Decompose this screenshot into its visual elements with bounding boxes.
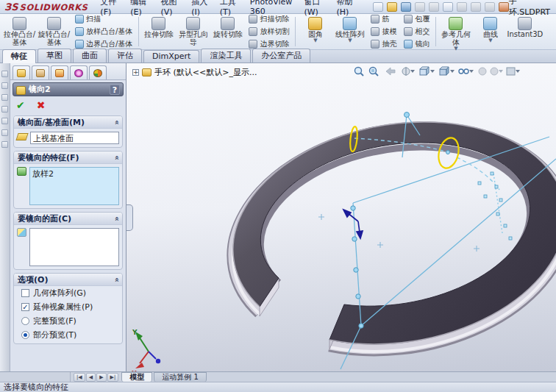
tab-sketch[interactable]: 草图 [38, 49, 71, 63]
tab-render-tools[interactable]: 渲染工具 [201, 49, 251, 63]
displaymanager-tab[interactable] [89, 65, 107, 79]
side-toolbar-icon[interactable] [1, 129, 8, 136]
tab-dimxpert[interactable]: DimXpert [143, 50, 199, 63]
file-properties-icon[interactable] [471, 2, 481, 12]
next-tab-button[interactable]: ▶ [96, 373, 106, 382]
undo-icon[interactable] [429, 2, 439, 12]
revolved-cut-button[interactable]: 旋转切除 [210, 15, 245, 48]
new-icon[interactable] [373, 2, 383, 12]
motion-study-tab[interactable]: 运动算例 1 [154, 372, 207, 382]
print-icon[interactable] [415, 2, 425, 12]
collapse-chevron-icon[interactable]: » [112, 155, 120, 160]
reference-geometry-button[interactable]: 参考几何体 ▼ [438, 15, 473, 48]
revolved-boss-button[interactable]: 旋转凸台/基体 [37, 15, 71, 48]
intersect-button[interactable]: 相交 [402, 26, 432, 38]
options-icon[interactable] [485, 2, 495, 12]
open-icon[interactable] [387, 2, 397, 12]
last-tab-button[interactable]: ▶| [107, 373, 119, 382]
panel-flyout-handle[interactable] [126, 204, 133, 231]
draft-button[interactable]: 拔模 [368, 26, 399, 38]
geometry-pattern-checkbox[interactable] [21, 289, 29, 297]
tab-features[interactable]: 特征 [2, 49, 36, 63]
ok-button[interactable]: ✔ [16, 99, 25, 111]
swept-boss-button[interactable]: 扫描 [73, 13, 135, 25]
part-tree-label[interactable]: 手环 (默认<<默认>_显示... [154, 67, 257, 78]
model-canvas[interactable]: Y X [126, 63, 556, 371]
propertymanager-tab[interactable] [32, 65, 49, 79]
partial-preview-option[interactable]: 部分预览(T) [21, 329, 121, 341]
swept-cut-button[interactable]: 扫描切除 [246, 13, 291, 25]
side-toolbar-icon[interactable] [1, 106, 8, 113]
side-toolbar-icon[interactable] [1, 94, 8, 101]
save-icon[interactable] [401, 2, 411, 12]
collapse-chevron-icon[interactable]: » [112, 277, 120, 282]
propagate-visual-properties-checkbox[interactable]: ✓ [21, 303, 29, 311]
cancel-button[interactable]: ✖ [37, 99, 46, 111]
measure-icon[interactable] [499, 2, 509, 12]
sketch-origin-icon[interactable] [343, 210, 363, 238]
first-tab-button[interactable]: |◀ [74, 373, 85, 382]
section-header[interactable]: 要镜向的面(C) » [14, 213, 122, 225]
tab-surfaces[interactable]: 曲面 [73, 49, 107, 63]
model-tab[interactable]: 模型 [121, 372, 152, 382]
curves-dropdown[interactable]: ▼ [488, 38, 492, 43]
previous-view-icon[interactable] [386, 68, 395, 75]
apply-scene-icon[interactable] [491, 68, 503, 75]
display-style-icon[interactable] [440, 67, 455, 75]
faces-to-mirror-list[interactable] [29, 228, 119, 266]
full-preview-radio[interactable] [21, 317, 29, 325]
section-header[interactable]: 要镜向的特征(F) » [14, 152, 122, 164]
side-toolbar-icon[interactable] [1, 82, 8, 89]
side-toolbar-icon[interactable] [1, 118, 8, 124]
side-toolbar-icon[interactable] [1, 141, 8, 148]
instant3d-button[interactable]: Instant3D [507, 15, 542, 48]
section-view-icon[interactable] [402, 67, 415, 76]
tab-office-products[interactable]: 办公室产品 [252, 49, 310, 63]
graphics-viewport[interactable]: + 手环 (默认<<默认>_显示... [126, 63, 556, 371]
view-settings-icon[interactable] [507, 68, 520, 75]
partial-preview-radio[interactable] [21, 331, 29, 339]
configurationmanager-tab[interactable] [51, 65, 68, 79]
extruded-cut-button[interactable]: 拉伸切除 [141, 15, 176, 48]
mirror-plane-field[interactable]: 上视基准面 [30, 132, 119, 144]
reference-triad: Y X [132, 329, 160, 371]
full-preview-option[interactable]: 完整预览(F) [21, 316, 121, 327]
side-toolbar-icon[interactable] [1, 71, 8, 77]
features-to-mirror-list[interactable]: 放样2 [29, 167, 119, 205]
geometry-pattern-option[interactable]: 几何体阵列(G) [21, 288, 121, 299]
tab-evaluate[interactable]: 评估 [108, 49, 142, 63]
view-orientation-icon[interactable] [420, 67, 435, 75]
extruded-boss-button[interactable]: 拉伸凸台/基体 [2, 15, 37, 48]
lofted-cut-button[interactable]: 放样切割 [246, 26, 291, 38]
shell-button[interactable]: 抽壳 [368, 38, 399, 50]
section-header[interactable]: 镜向面/基准面(M) » [14, 116, 122, 129]
dimxpertmanager-tab[interactable] [70, 65, 88, 79]
rib-button[interactable]: 筋 [368, 13, 399, 25]
wrap-button[interactable]: 包覆 [402, 13, 432, 25]
hide-show-items-icon[interactable] [459, 69, 474, 74]
fillet-dropdown[interactable]: ▼ [313, 38, 317, 43]
tree-expander-icon[interactable]: + [132, 69, 139, 76]
sketch-plus-marks [318, 214, 480, 252]
help-button[interactable]: ? [110, 85, 120, 95]
prev-tab-button[interactable]: ◀ [86, 373, 96, 382]
edit-appearance-icon[interactable] [479, 68, 486, 75]
mirror-button[interactable]: 镜向 [402, 38, 432, 50]
fillet-button[interactable]: 圆角 ▼ [298, 15, 332, 48]
section-header[interactable]: 选项(O) » [14, 274, 122, 286]
hole-wizard-button[interactable]: 异型孔向导 [176, 15, 210, 48]
rebuild-icon[interactable] [457, 2, 467, 12]
lofted-boss-button[interactable]: 放样凸台/基体 [73, 26, 135, 38]
list-item[interactable]: 放样2 [32, 168, 116, 179]
propagate-visual-properties-option[interactable]: ✓ 延伸视象属性(P) [21, 302, 121, 313]
curves-button[interactable]: 曲线 ▼ [473, 15, 507, 48]
zoom-to-fit-icon[interactable] [355, 68, 364, 76]
linear-pattern-dropdown[interactable]: ▼ [348, 38, 352, 43]
featuremanager-tree-tab[interactable] [13, 65, 30, 79]
collapse-chevron-icon[interactable]: » [112, 216, 120, 221]
zoom-to-area-icon[interactable] [370, 68, 379, 76]
select-icon[interactable] [443, 2, 453, 12]
collapse-chevron-icon[interactable]: » [112, 120, 120, 124]
linear-pattern-button[interactable]: 线性阵列 ▼ [332, 15, 367, 48]
reference-geometry-dropdown[interactable]: ▼ [454, 46, 457, 51]
